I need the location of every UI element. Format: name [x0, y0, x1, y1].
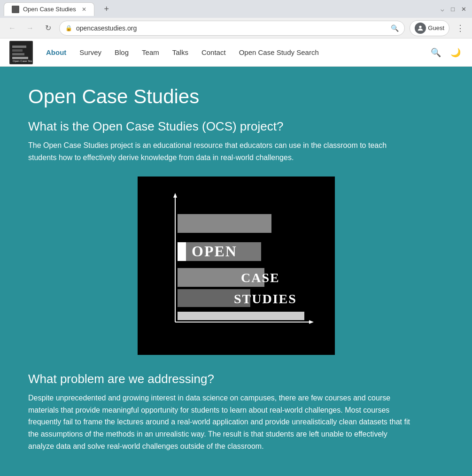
svg-rect-5	[12, 57, 28, 59]
close-button[interactable]: ✕	[459, 6, 468, 13]
tab-close-button[interactable]: ✕	[82, 6, 86, 13]
section-1-heading: What is the Open Case Studies (OCS) proj…	[28, 119, 444, 134]
tab-favicon	[12, 6, 19, 13]
title-bar: Open Case Studies ✕ + ⌵ □ ✕	[0, 0, 472, 18]
svg-text:STUDIES: STUDIES	[234, 292, 297, 306]
profile-label: Guest	[428, 24, 444, 31]
profile-button[interactable]: Guest	[410, 20, 449, 36]
nav-link-blog[interactable]: Blog	[109, 45, 134, 60]
ocs-logo-image: OPEN CASE STUDIES	[138, 177, 335, 355]
minimize-button[interactable]: ⌵	[439, 6, 446, 13]
ocs-logo-container: OPEN CASE STUDIES	[28, 177, 444, 355]
profile-icon	[415, 23, 426, 34]
page-title: Open Case Studies	[28, 85, 444, 108]
nav-link-contact[interactable]: Contact	[196, 45, 232, 60]
nav-links: About Survey Blog Team Talks Contact Ope…	[40, 45, 429, 60]
address-bar: ← → ↻ 🔒 opencasestudies.org 🔍 Guest ⋮	[0, 18, 472, 38]
new-tab-button[interactable]: +	[100, 2, 113, 15]
search-icon: 🔍	[391, 24, 399, 32]
back-button[interactable]: ←	[6, 22, 19, 35]
section-2-text: Despite unprecedented and growing intere…	[28, 392, 413, 452]
svg-text:OPEN: OPEN	[192, 243, 237, 260]
main-content: Open Case Studies What is the Open Case …	[0, 67, 472, 476]
site-navigation: Open Case Studies About Survey Blog Team…	[0, 38, 472, 67]
svg-rect-2	[12, 46, 26, 48]
forward-button[interactable]: →	[23, 22, 37, 35]
section-2-heading: What problem are we addressing?	[28, 372, 444, 386]
window-controls: ⌵ □ ✕	[439, 6, 468, 13]
url-text: opencasestudies.org	[76, 24, 387, 32]
svg-rect-3	[12, 49, 23, 52]
svg-rect-12	[178, 214, 271, 233]
browser-menu-button[interactable]: ⋮	[454, 21, 466, 35]
nav-link-about[interactable]: About	[40, 45, 72, 60]
svg-rect-4	[12, 53, 24, 55]
browser-window: Open Case Studies ✕ + ⌵ □ ✕ ← → ↻ 🔒 open…	[0, 0, 472, 476]
tab-title: Open Case Studies	[23, 6, 76, 13]
nav-link-team[interactable]: Team	[136, 45, 165, 60]
maximize-button[interactable]: □	[449, 6, 457, 13]
browser-tab[interactable]: Open Case Studies ✕	[4, 2, 94, 16]
section-1-text: The Open Case Studies project is an educ…	[28, 139, 413, 163]
nav-link-search[interactable]: Open Case Study Search	[233, 45, 325, 60]
nav-search-button[interactable]: 🔍	[429, 46, 443, 60]
nav-link-survey[interactable]: Survey	[74, 45, 107, 60]
lock-icon: 🔒	[65, 25, 72, 31]
refresh-button[interactable]: ↻	[41, 22, 54, 35]
svg-text:CASE: CASE	[241, 270, 280, 285]
svg-rect-20	[178, 312, 304, 320]
nav-darkmode-button[interactable]: 🌙	[449, 46, 463, 60]
site-logo: Open Case Studies	[9, 41, 33, 64]
svg-rect-13	[178, 242, 186, 261]
svg-point-0	[419, 25, 422, 28]
nav-icon-buttons: 🔍 🌙	[429, 46, 463, 60]
nav-link-talks[interactable]: Talks	[167, 45, 194, 60]
svg-text:Open Case Studies: Open Case Studies	[13, 60, 32, 62]
url-bar[interactable]: 🔒 opencasestudies.org 🔍	[59, 21, 405, 36]
